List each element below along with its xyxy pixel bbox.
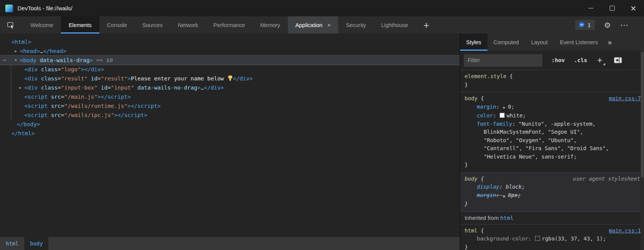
tab-label: Console [107,22,127,28]
devtools-content: <html>▶<head>…</head>⋯▼<body data-wails-… [0,34,644,250]
sidebar-tab-event-listeners[interactable]: Event Listeners [554,34,604,51]
sidebar-tab-bar: StylesComputedLayoutEvent Listeners» [460,34,644,51]
sidebar-tab-styles[interactable]: Styles [460,34,487,51]
breadcrumb-item-html[interactable]: html [0,237,24,250]
tree-row[interactable]: <script src="/main.js"></script> [0,92,460,101]
css-selector[interactable]: body [465,95,478,101]
rule-selector-line: html {main.css:1 [460,227,644,235]
code-token: = [58,85,61,91]
tree-row[interactable]: <div class="result" id="result">Please e… [0,74,460,83]
code-token: … [40,48,43,54]
tab-label: Lighthouse [381,22,408,28]
code-token: "/wails/runtime.js" [64,103,128,109]
dom-breadcrumbs: htmlbody [0,237,460,250]
code-token: = [61,103,64,109]
tab-welcome[interactable]: Welcome [23,16,61,34]
code-token: > [81,66,84,72]
code-token: class [38,85,58,91]
more-tabs-button[interactable]: + [423,18,429,33]
code-token: "input-box" [61,85,97,91]
styles-toolbar: :hov .cls + [460,51,644,70]
code-token: </div> [84,66,104,72]
style-rule: html {main.css:1background-color: rgba(3… [460,224,644,250]
dom-tree: <html>▶<head>…</head>⋯▼<body data-wails-… [0,34,460,237]
maximize-button[interactable] [601,0,623,16]
sidebar-tab-computed[interactable]: Computed [487,34,525,51]
color-swatch-icon[interactable] [535,236,540,241]
tree-row[interactable]: </html> [0,129,460,138]
close-button[interactable] [623,0,644,16]
twisty-collapsed-icon[interactable]: ▶ [18,83,23,92]
tab-memory[interactable]: Memory [252,16,288,34]
inherited-from-header: Inherited from html [460,212,644,224]
css-declaration[interactable]: display: block; [460,183,644,191]
tab-console[interactable]: Console [99,16,135,34]
tree-row[interactable]: <html> [0,37,460,46]
code-token: <body [20,57,37,63]
css-property-value: white; [507,112,526,119]
tree-row[interactable]: ⋯▼<body data-wails-drag> == $0 [0,56,460,65]
css-declaration[interactable]: margin: ▶0; [460,103,644,112]
tab-elements[interactable]: Elements [61,16,99,34]
code-token: <div [24,85,38,91]
tab-lighthouse[interactable]: Lighthouse [374,16,416,34]
css-selector[interactable]: element.style [465,73,507,79]
inherited-from-label: Inherited from [465,215,500,221]
rule-selector-line: body {user agent stylesheet [460,175,644,183]
scrollbar-thumb[interactable] [641,52,644,178]
scrollbar[interactable] [641,51,644,250]
sidebar-tab-layout[interactable]: Layout [525,34,554,51]
tree-row[interactable]: ▶<div class="input-box" id="input" data-… [0,83,460,92]
tree-row[interactable]: <script src="/wails/runtime.js"></script… [0,101,460,111]
code-token: </div> [204,85,224,91]
stylesheet-link[interactable]: main.css:7 [609,95,641,103]
css-declaration[interactable]: font-family: "Nunito", -apple-system, [460,120,644,128]
code-token: src [48,112,61,118]
tree-row[interactable]: <script src="/wails/ipc.js"></script> [0,111,460,120]
sidebar-tabs-overflow-icon[interactable]: » [608,38,612,46]
issues-badge[interactable]: 1 [575,20,595,30]
inherited-node-link[interactable]: html [500,215,514,221]
more-options-icon[interactable]: ⋯ [620,20,629,30]
css-property-value: "Roboto", "Oxygen", "Ubuntu", [484,137,577,143]
toggle-computed-pane-button[interactable] [614,57,622,63]
new-style-rule-button[interactable]: + [597,56,602,64]
css-property-value: "Cantarell", "Fira Sans", "Droid Sans", [484,145,609,151]
settings-gear-icon[interactable]: ⚙ [604,21,611,30]
sidebar-tab-label: Computed [494,39,519,45]
row-overflow-menu-icon[interactable]: ⋯ [3,56,6,65]
tree-row[interactable]: ▶<head>…</head> [0,46,460,56]
tab-close-icon[interactable]: × [328,22,331,28]
code-token: data-wails-no-drag [134,85,197,91]
css-declaration[interactable]: background-color: rgba(33, 37, 43, 1); [460,235,644,243]
toggle-hover-state-button[interactable]: :hov [551,57,565,63]
tree-row[interactable]: </body> [0,120,460,129]
styles-filter-input[interactable] [464,54,542,67]
tab-security[interactable]: Security [338,16,373,34]
color-swatch-icon[interactable] [500,113,505,118]
css-value-continuation: BlinkMacSystemFont, "Segoe UI", [460,128,644,136]
tree-row[interactable]: <div class="logo"></div> [0,65,460,74]
minimize-button[interactable] [580,0,601,16]
stylesheet-link[interactable]: main.css:1 [609,227,641,235]
code-token: class [38,66,58,72]
css-selector[interactable]: html [465,228,478,234]
expand-shorthand-icon[interactable]: ▶ [503,106,505,109]
twisty-expanded-icon[interactable]: ▼ [13,56,19,65]
code-token: "logo" [61,66,81,72]
css-property-name: background-color [477,236,528,242]
tab-performance[interactable]: Performance [206,16,252,34]
inspect-element-button[interactable] [5,16,18,34]
css-selector[interactable]: body [465,176,478,182]
code-token: "/wails/ipc.js" [64,112,114,118]
tab-application[interactable]: Application× [288,16,339,34]
expand-shorthand-icon[interactable]: ▶ [503,194,505,198]
tab-sources[interactable]: Sources [135,16,170,34]
css-declaration[interactable]: margin: ▶8px; [460,191,644,200]
tab-network[interactable]: Network [170,16,206,34]
breadcrumb-item-body[interactable]: body [24,237,49,250]
twisty-collapsed-icon[interactable]: ▶ [13,46,19,56]
css-property-name: font-family [477,121,512,127]
css-declaration[interactable]: color: white; [460,112,644,120]
toggle-class-button[interactable]: .cls [574,57,587,63]
